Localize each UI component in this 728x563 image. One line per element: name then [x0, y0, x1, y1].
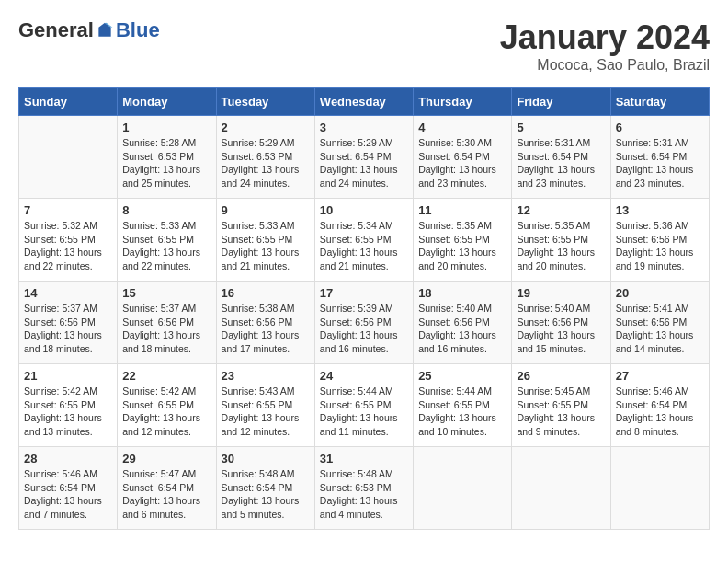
header-friday: Friday	[512, 88, 610, 116]
day-number: 20	[616, 286, 704, 300]
day-info: Sunrise: 5:41 AM Sunset: 6:56 PM Dayligh…	[616, 302, 704, 356]
day-number: 23	[222, 369, 310, 383]
day-number: 28	[24, 452, 112, 465]
calendar-title: January 2024	[500, 18, 710, 57]
day-info: Sunrise: 5:43 AM Sunset: 6:55 PM Dayligh…	[222, 385, 310, 439]
calendar-cell: 25Sunrise: 5:44 AM Sunset: 6:55 PM Dayli…	[414, 364, 512, 447]
calendar-cell	[610, 447, 709, 530]
calendar-cell: 26Sunrise: 5:45 AM Sunset: 6:55 PM Dayli…	[512, 364, 610, 447]
day-number: 15	[122, 286, 210, 300]
calendar-cell: 16Sunrise: 5:38 AM Sunset: 6:56 PM Dayli…	[216, 282, 314, 364]
calendar-cell: 6Sunrise: 5:31 AM Sunset: 6:54 PM Daylig…	[610, 116, 709, 199]
title-area: January 2024 Mococa, Sao Paulo, Brazil	[500, 18, 710, 74]
calendar-cell: 21Sunrise: 5:42 AM Sunset: 6:55 PM Dayli…	[19, 364, 118, 447]
day-number: 18	[418, 286, 506, 300]
calendar-week-row: 21Sunrise: 5:42 AM Sunset: 6:55 PM Dayli…	[19, 364, 710, 447]
page-header: General Blue January 2024 Mococa, Sao Pa…	[18, 18, 710, 74]
day-info: Sunrise: 5:47 AM Sunset: 6:54 PM Dayligh…	[122, 467, 210, 522]
day-number: 13	[616, 203, 704, 217]
day-number: 10	[320, 203, 408, 217]
logo: General Blue	[18, 18, 160, 42]
calendar-week-row: 28Sunrise: 5:46 AM Sunset: 6:54 PM Dayli…	[19, 447, 710, 530]
header-tuesday: Tuesday	[216, 88, 314, 116]
calendar-cell	[414, 447, 512, 530]
day-number: 2	[222, 121, 310, 134]
calendar-cell: 30Sunrise: 5:48 AM Sunset: 6:54 PM Dayli…	[216, 447, 314, 530]
day-info: Sunrise: 5:30 AM Sunset: 6:54 PM Dayligh…	[418, 136, 506, 190]
day-number: 22	[122, 369, 210, 383]
calendar-cell: 31Sunrise: 5:48 AM Sunset: 6:53 PM Dayli…	[314, 447, 413, 530]
day-info: Sunrise: 5:35 AM Sunset: 6:55 PM Dayligh…	[517, 219, 605, 273]
calendar-cell: 4Sunrise: 5:30 AM Sunset: 6:54 PM Daylig…	[414, 116, 512, 199]
calendar-cell: 5Sunrise: 5:31 AM Sunset: 6:54 PM Daylig…	[512, 116, 610, 199]
day-info: Sunrise: 5:46 AM Sunset: 6:54 PM Dayligh…	[616, 385, 704, 439]
day-number: 27	[616, 369, 704, 383]
day-info: Sunrise: 5:33 AM Sunset: 6:55 PM Dayligh…	[122, 219, 210, 273]
day-info: Sunrise: 5:42 AM Sunset: 6:55 PM Dayligh…	[24, 385, 112, 439]
day-info: Sunrise: 5:28 AM Sunset: 6:53 PM Dayligh…	[122, 136, 210, 190]
day-number: 17	[320, 286, 408, 300]
day-info: Sunrise: 5:29 AM Sunset: 6:53 PM Dayligh…	[222, 136, 310, 190]
day-info: Sunrise: 5:29 AM Sunset: 6:54 PM Dayligh…	[320, 136, 408, 190]
logo-blue-text: Blue	[116, 18, 160, 42]
day-info: Sunrise: 5:46 AM Sunset: 6:54 PM Dayligh…	[24, 467, 112, 522]
calendar-cell: 12Sunrise: 5:35 AM Sunset: 6:55 PM Dayli…	[512, 199, 610, 282]
day-info: Sunrise: 5:37 AM Sunset: 6:56 PM Dayligh…	[24, 302, 112, 356]
day-number: 21	[24, 369, 112, 383]
calendar-cell: 23Sunrise: 5:43 AM Sunset: 6:55 PM Dayli…	[216, 364, 314, 447]
day-number: 12	[517, 203, 605, 217]
calendar-cell: 7Sunrise: 5:32 AM Sunset: 6:55 PM Daylig…	[19, 199, 118, 282]
calendar-week-row: 1Sunrise: 5:28 AM Sunset: 6:53 PM Daylig…	[19, 116, 710, 199]
day-info: Sunrise: 5:39 AM Sunset: 6:56 PM Dayligh…	[320, 302, 408, 356]
day-number: 31	[320, 452, 408, 465]
calendar-cell: 29Sunrise: 5:47 AM Sunset: 6:54 PM Dayli…	[118, 447, 216, 530]
day-number: 14	[24, 286, 112, 300]
day-info: Sunrise: 5:40 AM Sunset: 6:56 PM Dayligh…	[418, 302, 506, 356]
calendar-cell	[512, 447, 610, 530]
day-info: Sunrise: 5:32 AM Sunset: 6:55 PM Dayligh…	[24, 219, 112, 273]
calendar-header-row: SundayMondayTuesdayWednesdayThursdayFrid…	[19, 88, 710, 116]
calendar-week-row: 7Sunrise: 5:32 AM Sunset: 6:55 PM Daylig…	[19, 199, 710, 282]
calendar-cell: 28Sunrise: 5:46 AM Sunset: 6:54 PM Dayli…	[19, 447, 118, 530]
calendar-cell: 1Sunrise: 5:28 AM Sunset: 6:53 PM Daylig…	[118, 116, 216, 199]
day-number: 24	[320, 369, 408, 383]
day-number: 7	[24, 203, 112, 217]
calendar-cell: 3Sunrise: 5:29 AM Sunset: 6:54 PM Daylig…	[314, 116, 413, 199]
day-info: Sunrise: 5:40 AM Sunset: 6:56 PM Dayligh…	[517, 302, 605, 356]
calendar-cell	[19, 116, 118, 199]
day-info: Sunrise: 5:38 AM Sunset: 6:56 PM Dayligh…	[222, 302, 310, 356]
day-number: 19	[517, 286, 605, 300]
calendar-subtitle: Mococa, Sao Paulo, Brazil	[500, 57, 710, 74]
day-number: 4	[418, 121, 506, 134]
header-monday: Monday	[118, 88, 216, 116]
header-thursday: Thursday	[414, 88, 512, 116]
day-info: Sunrise: 5:34 AM Sunset: 6:55 PM Dayligh…	[320, 219, 408, 273]
day-info: Sunrise: 5:31 AM Sunset: 6:54 PM Dayligh…	[517, 136, 605, 190]
calendar-cell: 9Sunrise: 5:33 AM Sunset: 6:55 PM Daylig…	[216, 199, 314, 282]
header-sunday: Sunday	[19, 88, 118, 116]
day-number: 29	[122, 452, 210, 465]
day-info: Sunrise: 5:33 AM Sunset: 6:55 PM Dayligh…	[222, 219, 310, 273]
calendar-cell: 19Sunrise: 5:40 AM Sunset: 6:56 PM Dayli…	[512, 282, 610, 364]
day-number: 8	[122, 203, 210, 217]
day-info: Sunrise: 5:37 AM Sunset: 6:56 PM Dayligh…	[122, 302, 210, 356]
calendar-cell: 8Sunrise: 5:33 AM Sunset: 6:55 PM Daylig…	[118, 199, 216, 282]
day-number: 26	[517, 369, 605, 383]
day-info: Sunrise: 5:44 AM Sunset: 6:55 PM Dayligh…	[320, 385, 408, 439]
day-number: 30	[222, 452, 310, 465]
calendar-cell: 17Sunrise: 5:39 AM Sunset: 6:56 PM Dayli…	[314, 282, 413, 364]
day-number: 5	[517, 121, 605, 134]
calendar-cell: 27Sunrise: 5:46 AM Sunset: 6:54 PM Dayli…	[610, 364, 709, 447]
calendar-cell: 15Sunrise: 5:37 AM Sunset: 6:56 PM Dayli…	[118, 282, 216, 364]
calendar-cell: 24Sunrise: 5:44 AM Sunset: 6:55 PM Dayli…	[314, 364, 413, 447]
day-info: Sunrise: 5:45 AM Sunset: 6:55 PM Dayligh…	[517, 385, 605, 439]
day-info: Sunrise: 5:35 AM Sunset: 6:55 PM Dayligh…	[418, 219, 506, 273]
header-wednesday: Wednesday	[314, 88, 413, 116]
calendar-cell: 11Sunrise: 5:35 AM Sunset: 6:55 PM Dayli…	[414, 199, 512, 282]
calendar-cell: 2Sunrise: 5:29 AM Sunset: 6:53 PM Daylig…	[216, 116, 314, 199]
calendar-table: SundayMondayTuesdayWednesdayThursdayFrid…	[18, 87, 710, 530]
day-number: 11	[418, 203, 506, 217]
day-number: 9	[222, 203, 310, 217]
logo-icon	[96, 21, 114, 40]
calendar-cell: 13Sunrise: 5:36 AM Sunset: 6:56 PM Dayli…	[610, 199, 709, 282]
